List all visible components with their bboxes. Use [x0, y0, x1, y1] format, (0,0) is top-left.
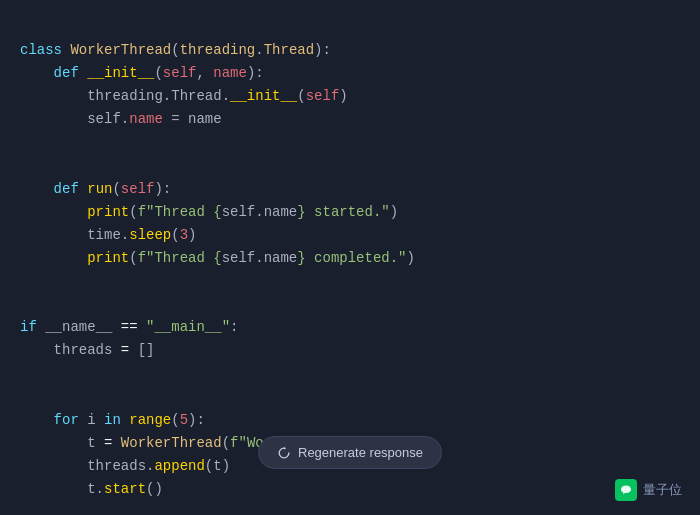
line-9: if __name__ == "__main__": — [20, 319, 238, 335]
line-6: print(f"Thread {self.name} started.") — [20, 204, 398, 220]
regenerate-button[interactable]: Regenerate response — [258, 436, 442, 469]
blank-line-3 — [20, 362, 680, 385]
watermark: 量子位 — [615, 479, 682, 501]
line-13: threads.append(t) — [20, 458, 230, 474]
line-1: class WorkerThread(threading.Thread): — [20, 42, 331, 58]
line-11: for i in range(5): — [20, 412, 205, 428]
line-2: def __init__(self, name): — [20, 65, 264, 81]
watermark-text: 量子位 — [643, 481, 682, 499]
blank-line-4 — [20, 501, 680, 515]
line-5: def run(self): — [20, 181, 171, 197]
line-4: self.name = name — [20, 111, 222, 127]
wechat-icon — [615, 479, 637, 501]
regenerate-icon — [277, 446, 291, 460]
code-container: class WorkerThread(threading.Thread): de… — [0, 0, 700, 515]
blank-line-1 — [20, 131, 680, 154]
line-7: time.sleep(3) — [20, 227, 196, 243]
regenerate-label: Regenerate response — [298, 445, 423, 460]
line-8: print(f"Thread {self.name} completed.") — [20, 250, 415, 266]
line-10: threads = [] — [20, 342, 154, 358]
blank-line-2 — [20, 270, 680, 293]
line-14: t.start() — [20, 481, 163, 497]
line-3: threading.Thread.__init__(self) — [20, 88, 348, 104]
